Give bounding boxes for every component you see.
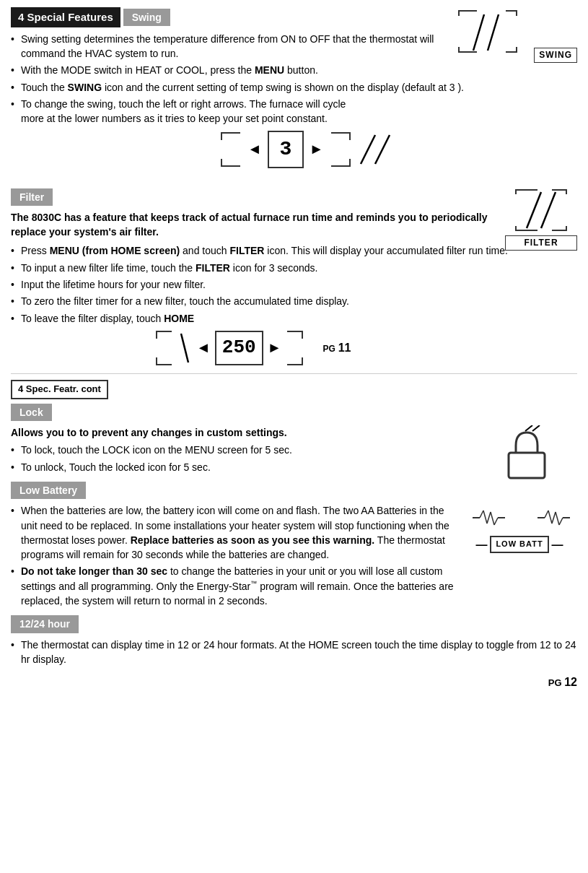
lock-bullet-list: To lock, touch the LOCK icon on the MENU…: [11, 443, 577, 474]
page-divider: [11, 373, 577, 374]
svg-line-19: [548, 511, 552, 524]
svg-line-6: [181, 334, 188, 362]
low-battery-bullet-1: When the batteries are low, the battery …: [11, 503, 462, 562]
filter-bullet-3: Input the lifetime hours for your new fi…: [11, 277, 577, 292]
lock-section: Lock Allows you to to prevent any change…: [11, 404, 577, 474]
hour-sub-header: 12/24 hour: [11, 615, 79, 633]
filter-display-area: ◄ 250 ► PG 11: [11, 330, 577, 366]
filter-bullet-5: To leave the filter display, touch HOME: [11, 311, 577, 326]
lock-intro: Allows you to to prevent any changes in …: [11, 425, 577, 440]
swing-bullet-3: Touch the SWING icon and the current set…: [11, 80, 473, 95]
svg-line-15: [494, 518, 498, 525]
svg-line-13: [487, 512, 491, 524]
filter-right-arrow[interactable]: ►: [268, 337, 282, 358]
svg-line-21: [556, 512, 559, 525]
svg-line-18: [545, 511, 548, 518]
page2-section: 4 Spec. Featr. cont Lock Allows you to t…: [11, 380, 577, 690]
low-battery-sub-header: Low Battery: [11, 482, 86, 499]
left-arrow[interactable]: ◄: [247, 139, 262, 160]
svg-line-1: [488, 14, 499, 51]
swing-label-box: SWING: [534, 48, 577, 63]
page1-section: 4 Special Features Swing SWING Swing set…: [11, 7, 577, 181]
filter-display-value: 250: [215, 331, 263, 365]
svg-line-5: [541, 192, 556, 228]
svg-line-12: [483, 511, 487, 524]
svg-line-0: [473, 14, 484, 51]
svg-line-8: [525, 425, 532, 431]
low-battery-section: Low Battery: [11, 482, 577, 608]
section-header-1: 4 Special Features: [11, 7, 120, 27]
filter-left-arrow[interactable]: ◄: [196, 337, 211, 358]
low-batt-icon: LOW BATT: [490, 536, 548, 553]
swing-sub-header: Swing: [123, 9, 170, 26]
right-arrow[interactable]: ►: [310, 139, 324, 160]
filter-bullet-4: To zero the filter timer for a new filte…: [11, 294, 577, 308]
filter-bullet-list: Press MENU (from HOME screen) and touch …: [11, 243, 577, 325]
svg-line-3: [375, 135, 390, 164]
svg-line-20: [552, 512, 556, 524]
filter-sub-header: Filter: [11, 188, 53, 206]
section-header-2: 4 Spec. Featr. cont: [11, 380, 108, 399]
low-batt-diagram: — LOW BATT —: [469, 503, 570, 553]
filter-intro: The 8030C has a feature that keeps track…: [11, 210, 577, 240]
swing-bullet-4: To change the swing, touch the left or r…: [11, 97, 473, 126]
svg-line-4: [527, 192, 541, 228]
pg-11-label: PG 11: [322, 339, 351, 356]
svg-line-11: [480, 511, 483, 518]
swing-bullet-1: Swing setting determines the temperature…: [11, 32, 473, 61]
lock-bullet-2: To unlock, Touch the locked icon for 5 s…: [11, 460, 577, 474]
svg-line-22: [559, 518, 563, 525]
lock-bullet-1: To lock, touch the LOCK icon on the MENU…: [11, 443, 577, 457]
svg-line-14: [491, 512, 494, 525]
lock-sub-header: Lock: [11, 404, 52, 421]
hour-bullet-1: The thermostat can display time in 12 or…: [11, 638, 577, 667]
swing-bullet-2: With the MODE switch in HEAT or COOL, pr…: [11, 63, 473, 77]
svg-line-2: [361, 135, 375, 164]
low-battery-bullet-2: Do not take longer than 30 sec to change…: [11, 564, 462, 608]
low-batt-icon-row: — LOW BATT —: [469, 536, 570, 553]
swing-display-area: ◄ 3 ►: [11, 131, 577, 181]
hour-bullet-list: The thermostat can display time in 12 or…: [11, 638, 577, 667]
swing-display-controls: ◄ 3 ►: [220, 131, 393, 169]
swing-display-value: 3: [268, 131, 304, 169]
svg-line-9: [532, 425, 540, 431]
filter-bullet-2: To input a new filter life time, touch t…: [11, 261, 577, 275]
hour-section: 12/24 hour The thermostat can display ti…: [11, 615, 577, 666]
filter-diagram: FILTER: [505, 188, 577, 251]
pg-12-label: PG 12: [11, 674, 577, 690]
filter-section: Filter FILTER The 8030C has a feature th…: [11, 188, 577, 366]
filter-bullet-1: Press MENU (from HOME screen) and touch …: [11, 243, 577, 258]
